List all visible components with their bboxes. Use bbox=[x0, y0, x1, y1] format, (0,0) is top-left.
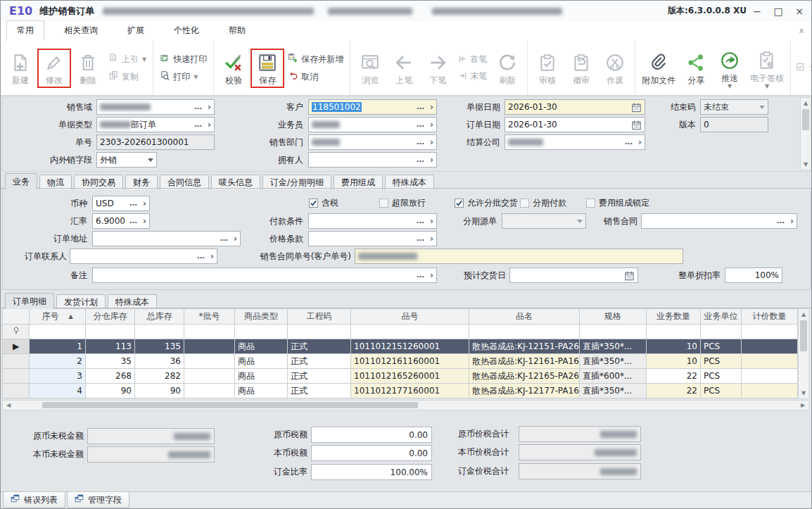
ribbon-tab-related-query[interactable]: 相关查询 bbox=[54, 21, 108, 41]
row-indicator-cell[interactable] bbox=[3, 354, 30, 369]
grid-cell[interactable]: 35 bbox=[86, 354, 135, 369]
dropdown-arrow-icon[interactable]: ▼ bbox=[765, 84, 769, 89]
grid-filter-cell[interactable] bbox=[184, 325, 235, 339]
grid-cell[interactable]: PCS bbox=[701, 354, 742, 369]
scroll-down-icon[interactable]: ▼ bbox=[801, 160, 811, 169]
checkbox-over-limit-release[interactable]: 超限放行 bbox=[379, 197, 426, 208]
grid-filter-cell[interactable] bbox=[86, 325, 135, 339]
grid-cell[interactable]: 1011012177160001 bbox=[351, 384, 469, 398]
grid-cell[interactable]: 正式 bbox=[288, 354, 351, 369]
grid-cell[interactable] bbox=[742, 384, 798, 398]
lookup-ellipsis-icon[interactable]: … bbox=[417, 272, 425, 279]
tab-special-cost[interactable]: 特殊成本 bbox=[385, 175, 434, 189]
table-row[interactable]: 3268282商品正式1011012165260001散热器成品:KJ-1216… bbox=[3, 369, 798, 384]
grid-cell[interactable]: 1011012151260001 bbox=[351, 339, 469, 354]
ribbon-tab-personalize[interactable]: 个性化 bbox=[164, 21, 209, 41]
esign-button[interactable]: e电子签核▼ bbox=[747, 46, 787, 90]
grid-cell[interactable]: 3 bbox=[30, 369, 86, 384]
scroll-up-icon[interactable]: ▲ bbox=[799, 310, 808, 319]
lookup-open-icon[interactable]: › bbox=[208, 120, 211, 130]
table-row[interactable]: ▶1113135商品正式1011012151260001散热器成品:KJ-121… bbox=[3, 339, 798, 354]
scroll-down-icon[interactable]: ▼ bbox=[799, 389, 808, 398]
browse-button[interactable]: 浏览 bbox=[353, 49, 387, 88]
lookup-ellipsis-icon[interactable]: … bbox=[417, 156, 425, 163]
close-button[interactable]: × bbox=[789, 3, 810, 20]
delete-button[interactable]: 删除 bbox=[71, 49, 105, 88]
sales-contract-field[interactable]: …› bbox=[641, 213, 797, 229]
domestic-export-combo[interactable]: 外销 bbox=[96, 152, 157, 168]
ribbon-tab-help[interactable]: 帮助 bbox=[219, 21, 255, 41]
scroll-up-icon[interactable]: ▲ bbox=[801, 99, 811, 108]
checkbox-box[interactable] bbox=[586, 199, 595, 208]
grid-cell[interactable]: 正式 bbox=[288, 339, 351, 354]
grid-cell[interactable]: 商品 bbox=[235, 384, 288, 398]
grid-filter-cell[interactable] bbox=[701, 325, 742, 339]
contract-no-field[interactable] bbox=[355, 249, 683, 264]
grid-column-header[interactable]: 品号 bbox=[351, 309, 469, 325]
grid-cell[interactable]: 10 bbox=[647, 354, 701, 369]
grid-cell[interactable]: 135 bbox=[135, 339, 184, 354]
sales-dept-field[interactable]: …› bbox=[308, 134, 437, 150]
lookup-open-icon[interactable]: › bbox=[143, 216, 146, 226]
next-button[interactable]: 下笔 bbox=[421, 49, 455, 88]
order-date-field[interactable]: 2026-01-30 bbox=[505, 117, 645, 132]
calendar-icon[interactable] bbox=[624, 270, 635, 281]
grid-cell[interactable]: 4 bbox=[30, 384, 86, 398]
grid-column-header[interactable]: 品名 bbox=[469, 309, 580, 325]
grid-cell[interactable]: 直插*350*... bbox=[580, 384, 647, 398]
grid-cell[interactable]: 1 bbox=[30, 339, 86, 354]
grid-cell[interactable]: 90 bbox=[135, 384, 184, 398]
grid-cell[interactable]: PCS bbox=[701, 339, 742, 354]
grid-cell[interactable] bbox=[742, 369, 798, 384]
lookup-ellipsis-icon[interactable]: … bbox=[417, 235, 425, 242]
remark-field[interactable]: …› bbox=[92, 268, 437, 283]
pull-button[interactable]: 上引▼ bbox=[106, 52, 148, 66]
tab-contract-info[interactable]: 合同信息 bbox=[160, 175, 209, 189]
grid-filter-row[interactable] bbox=[3, 325, 798, 339]
expected-delivery-field[interactable] bbox=[509, 268, 638, 283]
checkbox-expense-lock[interactable]: 费用组成锁定 bbox=[586, 197, 649, 208]
filter-pin-icon[interactable] bbox=[3, 325, 30, 339]
settle-company-field[interactable]: …› bbox=[505, 134, 645, 150]
quickprint-button[interactable]: 快速打印 bbox=[158, 52, 209, 66]
grid-filter-cell[interactable] bbox=[469, 325, 580, 339]
customer-field[interactable]: 118501002 …› bbox=[308, 99, 437, 115]
lookup-ellipsis-icon[interactable]: … bbox=[625, 139, 633, 146]
scroll-left-icon[interactable]: ◀ bbox=[4, 401, 13, 410]
edit-button[interactable]: 修改 bbox=[37, 49, 71, 88]
grid-cell[interactable]: 10 bbox=[647, 339, 701, 354]
grid-cell[interactable]: 直插*350*... bbox=[580, 339, 647, 354]
grid-column-header[interactable]: 计价数量 bbox=[742, 309, 798, 325]
push-button[interactable]: 推送▼ bbox=[713, 46, 747, 90]
sales-domain-field[interactable]: …› bbox=[96, 99, 215, 115]
lookup-ellipsis-icon[interactable]: … bbox=[417, 139, 425, 146]
lookup-ellipsis-icon[interactable]: … bbox=[194, 121, 203, 128]
new-button[interactable]: 新建 bbox=[4, 49, 37, 88]
checkbox-installment-payment[interactable]: 分期付款 bbox=[520, 197, 566, 208]
payment-terms-field[interactable]: …› bbox=[308, 213, 437, 229]
grid-filter-cell[interactable] bbox=[742, 325, 798, 339]
calendar-icon[interactable] bbox=[631, 120, 642, 130]
doc-type-field[interactable]: 部订单 …› bbox=[96, 117, 215, 132]
grid-vertical-scrollbar[interactable]: ▲ ▼ bbox=[798, 308, 809, 399]
grid-cell[interactable] bbox=[184, 384, 235, 398]
exchange-rate-field[interactable]: 6.9000 …› bbox=[92, 213, 150, 229]
lookup-open-icon[interactable]: › bbox=[143, 199, 146, 208]
row-indicator-cell[interactable] bbox=[3, 369, 30, 384]
grid-cell[interactable]: 36 bbox=[135, 354, 184, 369]
first-button[interactable]: 首笔 bbox=[456, 53, 489, 66]
lookup-ellipsis-icon[interactable]: … bbox=[129, 218, 138, 225]
refresh-button[interactable]: 刷新 bbox=[490, 49, 524, 88]
order-contact-field[interactable]: …› bbox=[70, 249, 217, 264]
grid-column-header[interactable]: 业务数量 bbox=[647, 309, 701, 325]
grid-cell[interactable]: 直插*600*... bbox=[580, 369, 647, 384]
viewdoc-button[interactable]: 查看审 bbox=[794, 61, 812, 75]
tab-shipping-mark[interactable]: 唛头信息 bbox=[211, 175, 260, 189]
bottom-tab-error-list[interactable]: 错误列表 bbox=[3, 492, 65, 508]
collapse-ribbon-icon[interactable]: ∧ bbox=[799, 26, 804, 35]
grid-filter-cell[interactable] bbox=[647, 325, 701, 339]
grid-cell[interactable]: 22 bbox=[647, 369, 701, 384]
detail-tab-delivery-plan[interactable]: 发货计划 bbox=[56, 294, 106, 309]
lookup-ellipsis-icon[interactable]: … bbox=[197, 253, 205, 260]
grid-column-header[interactable]: 序号▲ bbox=[30, 309, 86, 325]
